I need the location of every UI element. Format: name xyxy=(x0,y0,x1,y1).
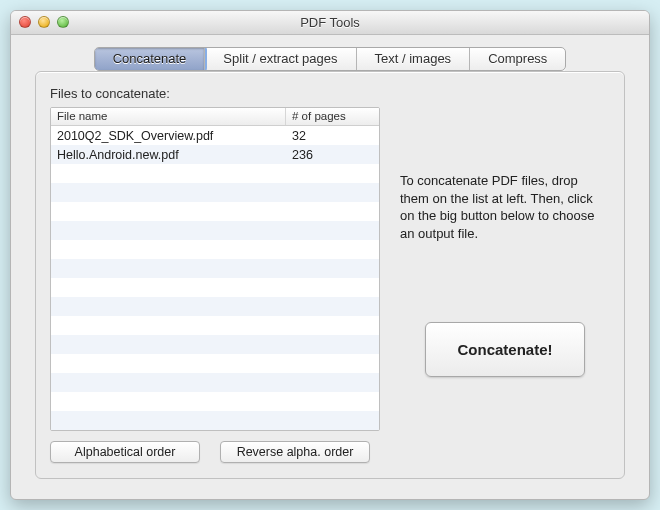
sort-controls: Alphabetical order Reverse alpha. order xyxy=(50,441,380,463)
instructions-text: To concatenate PDF files, drop them on t… xyxy=(400,172,610,242)
tab-compress[interactable]: Compress xyxy=(469,48,565,70)
table-row-empty xyxy=(51,164,379,183)
files-table[interactable]: File name # of pages 2010Q2_SDK_Overview… xyxy=(50,107,380,431)
table-row-empty xyxy=(51,183,379,202)
app-window: PDF Tools Concatenate Split / extract pa… xyxy=(10,10,650,500)
table-row-empty xyxy=(51,411,379,430)
minimize-icon[interactable] xyxy=(38,16,50,28)
table-row[interactable]: Hello.Android.new.pdf236 xyxy=(51,145,379,164)
alphabetical-order-button[interactable]: Alphabetical order xyxy=(50,441,200,463)
table-row-empty xyxy=(51,259,379,278)
two-column-layout: File name # of pages 2010Q2_SDK_Overview… xyxy=(50,107,610,463)
table-row-empty xyxy=(51,240,379,259)
cell-pages: 236 xyxy=(286,148,379,162)
col-pages[interactable]: # of pages xyxy=(286,108,379,125)
tab-segmented-control: Concatenate Split / extract pages Text /… xyxy=(94,47,567,71)
cell-file-name: Hello.Android.new.pdf xyxy=(51,148,286,162)
table-header: File name # of pages xyxy=(51,108,379,126)
table-row-empty xyxy=(51,392,379,411)
table-row-empty xyxy=(51,278,379,297)
table-row-empty xyxy=(51,373,379,392)
cell-file-name: 2010Q2_SDK_Overview.pdf xyxy=(51,129,286,143)
reverse-alpha-order-button[interactable]: Reverse alpha. order xyxy=(220,441,370,463)
table-row-empty xyxy=(51,221,379,240)
table-row[interactable]: 2010Q2_SDK_Overview.pdf32 xyxy=(51,126,379,145)
concatenate-button[interactable]: Concatenate! xyxy=(425,322,585,377)
tab-split-extract[interactable]: Split / extract pages xyxy=(204,48,355,70)
table-row-empty xyxy=(51,297,379,316)
table-row-empty xyxy=(51,354,379,373)
tab-text-images[interactable]: Text / images xyxy=(356,48,470,70)
window-title: PDF Tools xyxy=(11,15,649,30)
left-column: File name # of pages 2010Q2_SDK_Overview… xyxy=(50,107,380,463)
window-controls xyxy=(19,16,69,28)
zoom-icon[interactable] xyxy=(57,16,69,28)
titlebar: PDF Tools xyxy=(11,11,649,35)
tab-bar: Concatenate Split / extract pages Text /… xyxy=(11,47,649,71)
table-body[interactable]: 2010Q2_SDK_Overview.pdf32Hello.Android.n… xyxy=(51,126,379,430)
tab-concatenate[interactable]: Concatenate xyxy=(95,48,205,70)
section-label: Files to concatenate: xyxy=(50,86,610,101)
right-column: To concatenate PDF files, drop them on t… xyxy=(400,107,610,463)
table-row-empty xyxy=(51,202,379,221)
table-row-empty xyxy=(51,316,379,335)
content-panel: Files to concatenate: File name # of pag… xyxy=(35,71,625,479)
cell-pages: 32 xyxy=(286,129,379,143)
panel-inner: Files to concatenate: File name # of pag… xyxy=(50,86,610,464)
close-icon[interactable] xyxy=(19,16,31,28)
col-file-name[interactable]: File name xyxy=(51,108,286,125)
table-row-empty xyxy=(51,335,379,354)
